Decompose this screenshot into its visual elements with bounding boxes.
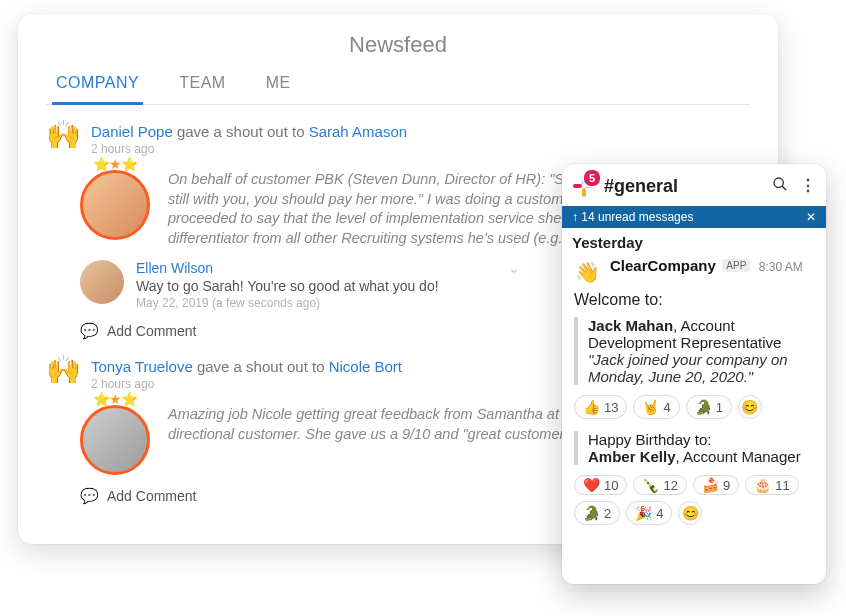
stars-icon: ⭐★⭐	[93, 391, 137, 407]
horns-icon: 🤘	[642, 399, 659, 415]
svg-point-4	[774, 178, 783, 187]
wave-icon: 👋	[572, 257, 602, 287]
raised-hands-icon: 🙌	[46, 121, 81, 156]
welcome-block: Jack Mahan, Account Development Represen…	[574, 317, 814, 385]
newsfeed-title: Newsfeed	[46, 32, 750, 58]
speech-bubble-icon: 💬	[80, 487, 99, 505]
reaction-count: 12	[663, 478, 677, 493]
slack-message-header: 👋 ClearCompany APP 8:30 AM	[562, 253, 826, 289]
arrow-up-icon: ↑	[572, 210, 578, 224]
message-time: 8:30 AM	[759, 260, 803, 274]
party-icon: 🎉	[635, 505, 652, 521]
reaction-bar: ❤️10 🍾12 🍰9 🎂11 🐊2 🎉4 😊	[562, 471, 826, 533]
birthday-label: Happy Birthday to:	[588, 431, 711, 448]
birthday-role: , Account Manager	[676, 448, 801, 465]
welcome-quote: "Jack joined your company on Monday, Jun…	[588, 351, 788, 385]
welcome-name: Jack Mahan	[588, 317, 673, 334]
slack-header: 5 #general ⋮	[562, 164, 826, 206]
actor-link[interactable]: Daniel Pope	[91, 123, 173, 140]
close-icon[interactable]: ✕	[806, 210, 816, 224]
heart-icon: ❤️	[583, 477, 600, 493]
tab-company[interactable]: COMPANY	[52, 66, 143, 105]
slack-notification-badge: 5	[582, 168, 602, 188]
newsfeed-tabs: COMPANY TEAM ME	[46, 66, 750, 105]
reaction-count: 10	[604, 478, 618, 493]
add-reaction-button[interactable]: 😊	[738, 395, 762, 419]
tab-team[interactable]: TEAM	[175, 66, 229, 104]
unread-text: 14 unread messages	[581, 210, 693, 224]
tab-me[interactable]: ME	[262, 66, 295, 104]
target-link[interactable]: Sarah Amason	[309, 123, 407, 140]
reaction-chip[interactable]: 🍾12	[633, 475, 686, 495]
target-avatar[interactable]: ⭐★⭐	[80, 170, 150, 240]
reaction-bar: 👍13 🤘4 🐊1 😊	[562, 391, 826, 427]
reaction-chip[interactable]: 🎂11	[745, 475, 798, 495]
birthday-block: Happy Birthday to: Amber Kelly, Account …	[574, 431, 814, 465]
feed-item: 🙌 Daniel Pope gave a shout out to Sarah …	[46, 123, 750, 156]
reaction-chip[interactable]: 🎉4	[626, 501, 672, 525]
slack-logo-icon: 5	[572, 174, 596, 198]
day-divider: Yesterday	[562, 228, 826, 253]
reaction-chip[interactable]: 🤘4	[633, 395, 679, 419]
target-avatar[interactable]: ⭐★⭐	[80, 405, 150, 475]
champagne-icon: 🍾	[642, 477, 659, 493]
reaction-count: 9	[723, 478, 730, 493]
svg-rect-2	[582, 188, 586, 197]
gator-icon: 🐊	[583, 505, 600, 521]
search-icon[interactable]	[772, 176, 788, 196]
headline-action: gave a shout out to	[173, 123, 309, 140]
welcome-label: Welcome to:	[562, 289, 826, 313]
stars-icon: ⭐★⭐	[93, 156, 137, 172]
reaction-count: 2	[604, 506, 611, 521]
feed-timestamp: 2 hours ago	[91, 142, 750, 156]
sender-name[interactable]: ClearCompany	[610, 257, 716, 274]
add-comment-label: Add Comment	[107, 488, 196, 504]
cake-slice-icon: 🍰	[702, 477, 719, 493]
app-badge: APP	[722, 259, 750, 272]
reaction-chip[interactable]: 🐊2	[574, 501, 620, 525]
add-comment-label: Add Comment	[107, 323, 196, 339]
reaction-count: 1	[716, 400, 723, 415]
reaction-count: 13	[604, 400, 618, 415]
actor-link[interactable]: Tonya Truelove	[91, 358, 193, 375]
comment-avatar[interactable]	[80, 260, 124, 304]
birthday-cake-icon: 🎂	[754, 477, 771, 493]
unread-banner[interactable]: ↑ 14 unread messages ✕	[562, 206, 826, 228]
thumbs-up-icon: 👍	[583, 399, 600, 415]
speech-bubble-icon: 💬	[80, 322, 99, 340]
channel-name[interactable]: #general	[604, 176, 764, 197]
reaction-chip[interactable]: 👍13	[574, 395, 627, 419]
reaction-chip[interactable]: 🍰9	[693, 475, 739, 495]
svg-line-5	[782, 186, 786, 190]
birthday-name: Amber Kelly	[588, 448, 676, 465]
reaction-count: 4	[656, 506, 663, 521]
gator-icon: 🐊	[695, 399, 712, 415]
add-reaction-button[interactable]: 😊	[678, 501, 702, 525]
reaction-count: 4	[663, 400, 670, 415]
reaction-chip[interactable]: ❤️10	[574, 475, 627, 495]
reaction-chip[interactable]: 🐊1	[686, 395, 732, 419]
svg-rect-3	[573, 184, 582, 188]
feed-headline: Daniel Pope gave a shout out to Sarah Am…	[91, 123, 750, 140]
raised-hands-icon: 🙌	[46, 356, 81, 391]
reaction-count: 11	[775, 478, 789, 493]
slack-panel: 5 #general ⋮ ↑ 14 unread messages ✕ Yest…	[562, 164, 826, 584]
chevron-down-icon[interactable]: ⌄	[508, 260, 520, 276]
target-link[interactable]: Nicole Bort	[329, 358, 402, 375]
more-icon[interactable]: ⋮	[800, 176, 816, 196]
headline-action: gave a shout out to	[193, 358, 329, 375]
